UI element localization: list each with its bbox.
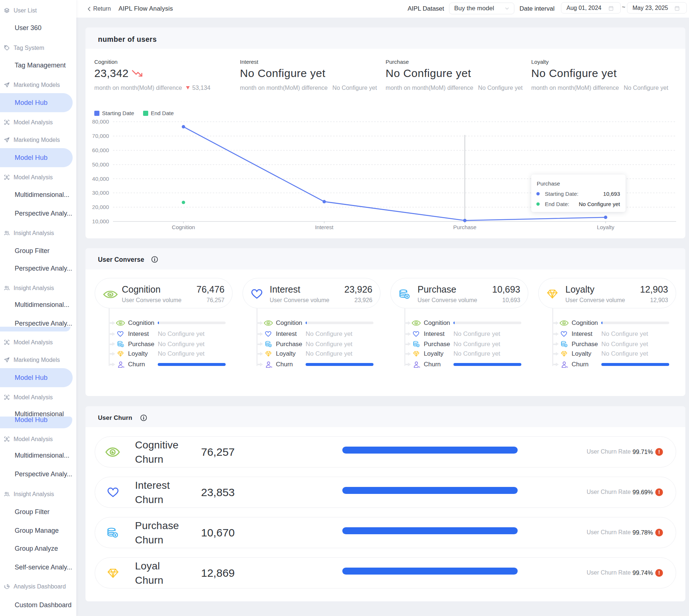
svg-text:70,000: 70,000 [92,133,109,139]
svg-text:40,000: 40,000 [92,176,109,182]
svg-text:Loyalty: Loyalty [597,224,615,230]
svg-text:30,000: 30,000 [92,190,109,196]
svg-text:Purchase: Purchase [453,224,476,230]
svg-text:50,000: 50,000 [92,161,109,168]
svg-text:Interest: Interest [315,224,334,230]
svg-text:Cognition: Cognition [172,224,195,230]
svg-text:20,000: 20,000 [92,204,109,210]
svg-text:60,000: 60,000 [92,147,109,153]
svg-text:10,000: 10,000 [92,218,109,224]
svg-text:80,000: 80,000 [92,118,109,125]
